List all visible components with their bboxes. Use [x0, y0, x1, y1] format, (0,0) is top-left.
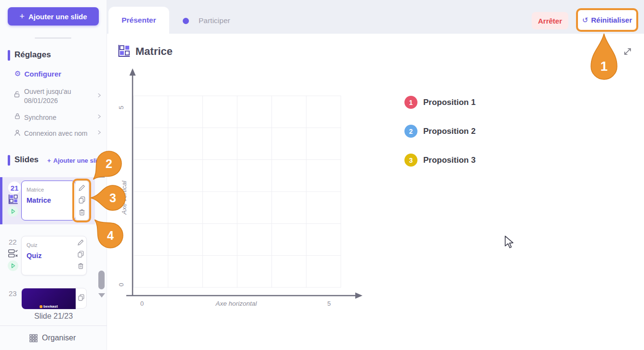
proposition-3-label: Proposition 3 [423, 156, 476, 165]
lock-icon [14, 113, 21, 120]
proposition-2-label: Proposition 2 [423, 127, 476, 136]
slide-number: 23 [9, 289, 17, 298]
tab-participate[interactable]: Participer [199, 16, 230, 25]
add-slide-button-label: Ajouter une slide [28, 13, 87, 21]
scrollbar-thumb[interactable] [98, 271, 105, 289]
annotation-callout-1: 1 [575, 21, 633, 93]
setting-synchrone[interactable]: Synchrone [24, 114, 56, 121]
slide-position-indicator: Slide 21/23 [0, 312, 107, 321]
unlock-icon [13, 91, 21, 98]
app-window: Présenter Participer Arrêter ↺ Réinitial… [0, 0, 644, 350]
proposition-item: 1 Proposition 1 [404, 96, 476, 109]
sidebar-divider [35, 38, 71, 39]
proposition-1-badge: 1 [404, 96, 417, 109]
delete-trash-icon[interactable] [77, 262, 85, 270]
y-axis-tick-max: 5 [118, 106, 125, 109]
mouse-cursor [504, 235, 514, 249]
configure-link[interactable]: ⚙ Configurer [14, 69, 61, 78]
stop-button-label: Arrêter [538, 17, 562, 25]
add-slide-button[interactable]: + Ajouter une slide [8, 7, 99, 26]
x-axis-tick-min: 0 [140, 300, 144, 307]
plus-icon: + [19, 12, 25, 22]
callout-3-number: 3 [109, 191, 116, 205]
page-title: Matrice [135, 45, 173, 58]
chevron-right-icon[interactable] [96, 92, 102, 98]
slide-card-matrice[interactable]: Matrice Matrice [21, 181, 76, 220]
slide-thumbnail: beekast [22, 288, 76, 309]
quiz-icon [8, 248, 18, 259]
setting-connexion[interactable]: Connexion avec nom [24, 130, 88, 137]
matrix-chart [116, 67, 371, 308]
beekast-logo-text: beekast [43, 304, 58, 309]
tab-presenter-label: Présenter [121, 16, 156, 25]
duplicate-icon[interactable] [77, 293, 85, 301]
plus-icon: + [47, 157, 51, 164]
scroll-down-arrow[interactable] [98, 293, 105, 298]
play-slide-button[interactable] [8, 260, 18, 271]
chevron-right-icon[interactable] [96, 130, 102, 135]
propositions-list: 1 Proposition 1 2 Proposition 2 3 Propos… [404, 96, 476, 167]
bee-icon [40, 305, 42, 308]
configure-label: Configurer [24, 70, 61, 78]
proposition-2-badge: 2 [404, 125, 417, 138]
slide-title: Matrice [27, 196, 51, 204]
proposition-1-label: Proposition 1 [423, 98, 476, 107]
participate-dot-icon [183, 18, 189, 24]
matrix-slide-icon [117, 44, 131, 58]
organize-button[interactable]: Organiser [29, 334, 76, 342]
selected-accent-bar [0, 177, 2, 224]
sidebar-footer-divider [0, 325, 107, 326]
proposition-item: 2 Proposition 2 [404, 125, 476, 138]
slides-accent-bar [8, 155, 10, 166]
y-axis-tick-min: 0 [118, 283, 125, 286]
chevron-right-icon[interactable] [96, 114, 102, 119]
slide-card-image[interactable]: beekast [21, 288, 87, 309]
beekast-logo: beekast [40, 304, 58, 309]
callout-2-number: 2 [106, 157, 112, 170]
proposition-3-badge: 3 [404, 154, 417, 167]
setting-open-until[interactable]: Ouvert jusqu'au 08/01/2026 [24, 87, 85, 105]
slide-type-label: Matrice [27, 187, 44, 193]
callout-4-number: 4 [107, 229, 114, 242]
x-axis-label: Axe horizontal [202, 300, 270, 307]
slide-number-badge: 21 [8, 181, 21, 194]
play-icon [10, 208, 16, 215]
callout-1-number: 1 [600, 59, 607, 74]
organize-label: Organiser [42, 334, 76, 342]
tab-presenter[interactable]: Présenter [108, 7, 169, 34]
slides-title: Slides [14, 155, 39, 165]
slide-type-label: Quiz [27, 242, 38, 248]
slide-title: Quiz [27, 252, 41, 259]
x-axis-tick-max: 5 [327, 300, 331, 307]
matrix-icon [8, 194, 18, 205]
reglages-title: Réglages [14, 50, 51, 60]
gear-icon: ⚙ [14, 69, 21, 78]
slide-number: 22 [9, 238, 17, 246]
proposition-item: 3 Proposition 3 [404, 154, 476, 167]
play-slide-button[interactable] [8, 206, 18, 217]
person-icon [13, 129, 21, 137]
annotation-callout-4: 4 [84, 209, 137, 262]
reglages-accent-bar [8, 50, 10, 61]
play-icon [10, 262, 16, 269]
stop-button[interactable]: Arrêter [532, 12, 568, 29]
grid-icon [29, 334, 38, 342]
